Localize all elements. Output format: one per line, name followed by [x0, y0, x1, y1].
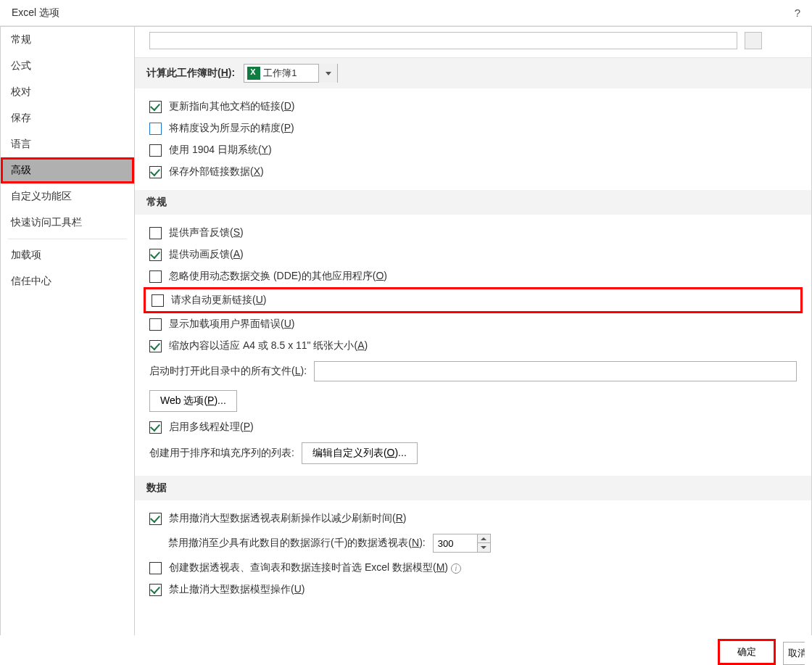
- startup-folder-row: 启动时打开此目录中的所有文件(L):: [149, 357, 797, 386]
- ok-button[interactable]: 确定: [718, 639, 776, 665]
- triangle-up-icon: [481, 537, 486, 540]
- checkbox-icon[interactable]: [149, 227, 162, 239]
- sidebar-item-trust-center[interactable]: 信任中心: [1, 268, 134, 294]
- main-panel: 计算此工作簿时(H): 工作簿1 更新指向其他文档的链接(D) 将精度设为所显示…: [135, 27, 812, 635]
- opt-label: 提供声音反馈(S): [169, 226, 244, 239]
- opt-show-addin-errors[interactable]: 显示加载项用户界面错误(U): [149, 313, 797, 335]
- opt-label: 提供动画反馈(A): [169, 248, 244, 261]
- checkbox-icon[interactable]: [152, 294, 164, 307]
- section-calc-title: 计算此工作簿时(H):: [146, 67, 235, 80]
- web-options-button[interactable]: Web 选项(P)...: [149, 390, 237, 412]
- footer: 确定 取消: [0, 636, 812, 665]
- web-options-row: Web 选项(P)...: [149, 386, 797, 416]
- sidebar-item-general[interactable]: 常规: [1, 27, 134, 53]
- custom-list-label: 创建用于排序和填充序列的列表:: [149, 447, 294, 460]
- opt-label: 保存外部链接数据(X): [169, 165, 264, 178]
- info-icon[interactable]: i: [451, 563, 461, 574]
- data-options: 禁用撤消大型数据透视表刷新操作以减少刷新时间(R) 禁用撤消至少具有此数目的数据…: [135, 500, 811, 608]
- opt-label: 将精度设为所显示的精度(P): [169, 122, 294, 135]
- triangle-down-icon: [481, 546, 486, 549]
- startup-folder-input[interactable]: [314, 361, 797, 381]
- checkbox-icon[interactable]: [149, 421, 162, 434]
- opt-1904-date-system[interactable]: 使用 1904 日期系统(Y): [149, 139, 797, 161]
- checkbox-icon[interactable]: [149, 340, 162, 352]
- cutoff-row: [135, 27, 811, 58]
- sidebar-item-customize-ribbon[interactable]: 自定义功能区: [1, 183, 134, 210]
- opt-save-external-links[interactable]: 保存外部链接数据(X): [149, 161, 797, 183]
- workbook-name: 工作簿1: [263, 67, 314, 80]
- workbook-dropdown-button[interactable]: [318, 64, 337, 83]
- checkbox-icon[interactable]: [149, 584, 162, 596]
- sidebar-item-advanced[interactable]: 高级: [1, 157, 134, 183]
- opt-ignore-dde[interactable]: 忽略使用动态数据交换 (DDE)的其他应用程序(O): [149, 265, 797, 287]
- opt-label: 请求自动更新链接(U): [171, 294, 266, 307]
- window-title: Excel 选项: [12, 7, 59, 20]
- opt-scale-a4[interactable]: 缩放内容以适应 A4 或 8.5 x 11" 纸张大小(A): [149, 335, 797, 357]
- opt-sound-feedback[interactable]: 提供声音反馈(S): [149, 222, 797, 244]
- pivot-rows-input[interactable]: [434, 534, 477, 552]
- checkbox-icon[interactable]: [149, 318, 162, 331]
- sidebar-item-proofing[interactable]: 校对: [1, 79, 134, 105]
- checkbox-icon[interactable]: [149, 166, 162, 178]
- dialog-body: 常规 公式 校对 保存 语言 高级 自定义功能区 快速访问工具栏 加载项 信任中…: [0, 26, 812, 635]
- opt-label: 禁止撤消大型数据模型操作(U): [169, 583, 304, 596]
- sidebar-separator: [8, 239, 127, 239]
- startup-folder-label: 启动时打开此目录中的所有文件(L):: [149, 365, 307, 378]
- opt-precision-as-displayed[interactable]: 将精度设为所显示的精度(P): [149, 117, 797, 139]
- opt-label: 使用 1904 日期系统(Y): [169, 144, 272, 157]
- spinner-down-button[interactable]: [478, 543, 490, 552]
- section-general-header: 常规: [135, 190, 811, 215]
- opt-animation-feedback[interactable]: 提供动画反馈(A): [149, 244, 797, 265]
- cutoff-input[interactable]: [149, 32, 737, 49]
- help-icon[interactable]: ?: [795, 7, 800, 19]
- section-calc-header: 计算此工作簿时(H): 工作簿1: [135, 58, 811, 88]
- checkbox-icon[interactable]: [149, 101, 162, 113]
- opt-ask-update-links[interactable]: 请求自动更新链接(U): [144, 287, 803, 313]
- opt-label: 禁用撤消大型数据透视表刷新操作以减少刷新时间(R): [169, 512, 406, 525]
- opt-label: 缩放内容以适应 A4 或 8.5 x 11" 纸张大小(A): [169, 339, 368, 352]
- pivot-rows-spinner[interactable]: [433, 534, 491, 553]
- checkbox-icon[interactable]: [149, 513, 162, 525]
- opt-label: 忽略使用动态数据交换 (DDE)的其他应用程序(O): [169, 270, 387, 283]
- opt-disable-undo-pivot-refresh[interactable]: 禁用撤消大型数据透视表刷新操作以减少刷新时间(R): [149, 508, 797, 529]
- edit-custom-lists-button[interactable]: 编辑自定义列表(O)...: [302, 442, 418, 464]
- custom-list-row: 创建用于排序和填充序列的列表: 编辑自定义列表(O)...: [149, 438, 797, 468]
- sidebar-item-quick-access[interactable]: 快速访问工具栏: [1, 210, 134, 236]
- titlebar: Excel 选项 ?: [0, 0, 812, 26]
- sidebar: 常规 公式 校对 保存 语言 高级 自定义功能区 快速访问工具栏 加载项 信任中…: [0, 27, 135, 635]
- sidebar-item-save[interactable]: 保存: [1, 105, 134, 131]
- checkbox-icon[interactable]: [149, 270, 162, 283]
- opt-label: 显示加载项用户界面错误(U): [169, 318, 294, 331]
- section-data-header: 数据: [135, 476, 811, 500]
- sidebar-item-formulas[interactable]: 公式: [1, 53, 134, 79]
- checkbox-icon[interactable]: [149, 144, 162, 157]
- opt-prefer-data-model[interactable]: 创建数据透视表、查询表和数据连接时首选 Excel 数据模型(M) i: [149, 557, 797, 579]
- opt-multithreading[interactable]: 启用多线程处理(P): [149, 416, 797, 438]
- opt-label: 更新指向其他文档的链接(D): [169, 100, 294, 113]
- cutoff-small-button[interactable]: [745, 32, 762, 49]
- opt-update-links[interactable]: 更新指向其他文档的链接(D): [149, 96, 797, 117]
- pivot-rows-row: 禁用撤消至少具有此数目的数据源行(千)的数据透视表(N):: [149, 529, 797, 557]
- pivot-rows-label: 禁用撤消至少具有此数目的数据源行(千)的数据透视表(N):: [168, 537, 426, 550]
- cancel-button[interactable]: 取消: [783, 642, 805, 665]
- checkbox-icon[interactable]: [149, 562, 162, 574]
- chevron-down-icon: [326, 72, 331, 75]
- opt-label: 启用多线程处理(P): [169, 421, 254, 434]
- spinner-up-button[interactable]: [478, 534, 490, 543]
- checkbox-icon[interactable]: [149, 123, 162, 135]
- excel-icon: [247, 67, 260, 80]
- general-options: 提供声音反馈(S) 提供动画反馈(A) 忽略使用动态数据交换 (DDE)的其他应…: [135, 215, 811, 476]
- sidebar-item-addins[interactable]: 加载项: [1, 242, 134, 268]
- sidebar-item-language[interactable]: 语言: [1, 131, 134, 157]
- opt-label: 创建数据透视表、查询表和数据连接时首选 Excel 数据模型(M) i: [169, 561, 461, 574]
- opt-disable-undo-data-model[interactable]: 禁止撤消大型数据模型操作(U): [149, 579, 797, 600]
- spinner-buttons: [477, 534, 490, 552]
- workbook-combo[interactable]: 工作簿1: [244, 64, 338, 83]
- calc-options: 更新指向其他文档的链接(D) 将精度设为所显示的精度(P) 使用 1904 日期…: [135, 88, 811, 190]
- checkbox-icon[interactable]: [149, 249, 162, 261]
